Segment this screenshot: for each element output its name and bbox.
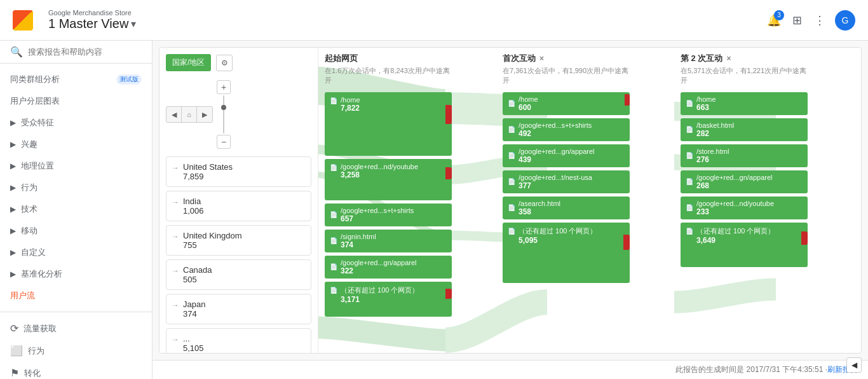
- second-page-basket[interactable]: 📄 /basket.html 282: [681, 118, 808, 141]
- start-page-shirts[interactable]: 📄 /google+red...s+t+shirts 657: [325, 203, 452, 226]
- country-name-more: ...: [183, 334, 204, 343]
- sidebar-item-audience[interactable]: ▶ 受众特征: [0, 112, 152, 134]
- zoom-thumb: [221, 105, 226, 110]
- second-interaction-header: 第 2 次互动 × 在5,371次会话中，有1,221次用户中途离开: [674, 48, 814, 90]
- country-settings-btn[interactable]: ⚙: [216, 55, 233, 71]
- sidebar-item-user-flow[interactable]: 用户流: [0, 285, 152, 307]
- country-count-uk: 755: [183, 240, 242, 250]
- first-page-apparel-icon: 📄: [508, 152, 515, 159]
- sidebar-item-cohort[interactable]: 同类群组分析 测试版: [0, 69, 152, 90]
- second-page-apparel[interactable]: 📄 /google+red...gn/apparel 268: [681, 170, 808, 193]
- nav-left-btn[interactable]: ◀: [166, 107, 182, 122]
- country-node-japan[interactable]: → Japan 374: [166, 294, 311, 324]
- second-page-store-name: /store.html: [696, 148, 729, 155]
- second-page-home-name: /home: [696, 95, 716, 103]
- start-page-apparel[interactable]: 📄 /google+red...gn/apparel 322: [325, 256, 452, 279]
- country-info-more: ... 5,105: [183, 334, 204, 353]
- notification-badge: 3: [774, 10, 784, 20]
- sidebar-item-tech[interactable]: ▶ 技术: [0, 198, 152, 220]
- second-interaction-close[interactable]: ×: [726, 54, 731, 63]
- start-page-home-count: 7,822: [341, 104, 360, 113]
- start-page-home[interactable]: 📄 /home 7,822: [325, 92, 452, 156]
- sidebar-item-custom[interactable]: ▶ 自定义: [0, 242, 152, 263]
- second-page-store[interactable]: 📄 /store.html 276: [681, 144, 808, 167]
- country-arrow-japan: →: [172, 301, 179, 310]
- nav-right-btn[interactable]: ▶: [197, 107, 212, 122]
- first-interaction-header-content: 首次互动 × 在7,361次会话中，有1,990次用户中途离开: [503, 53, 630, 86]
- start-pages-header: 起始网页 在1.6万次会话中，有8,243次用户中途离开: [318, 48, 458, 90]
- start-page-youtube-content: /google+red...nd/youtube 3,258: [341, 163, 418, 179]
- second-page-youtube-content: /google+red...nd/youtube 233: [696, 200, 774, 216]
- start-page-more[interactable]: 📄 （还有超过 100 个网页） 3,171: [325, 282, 452, 317]
- zoom-out-btn[interactable]: −: [217, 135, 231, 149]
- notification-icon[interactable]: 🔔 3: [766, 13, 782, 28]
- first-interaction-nodes: 📄 /home 600 📄: [496, 90, 636, 353]
- grid-icon[interactable]: ⊞: [789, 13, 804, 28]
- second-page-store-content: /store.html 276: [696, 148, 729, 164]
- zoom-in-btn[interactable]: +: [217, 80, 231, 94]
- second-page-youtube-name: /google+red...nd/youtube: [696, 200, 774, 207]
- second-page-youtube[interactable]: 📄 /google+red...nd/youtube 233: [681, 196, 808, 219]
- first-page-shirts-name: /google+red...s+t+shirts: [519, 121, 592, 129]
- country-info-canada: Canada 505: [183, 265, 212, 284]
- body-area: 🔍 同类群组分析 测试版 用户分层图表 ▶ 受众特征 ▶ 兴趣 ▶ 地理位置: [0, 41, 868, 379]
- country-dropdown-btn[interactable]: 国家/地区: [166, 54, 211, 71]
- first-page-home-name: /home: [519, 95, 538, 103]
- sidebar-item-geo[interactable]: ▶ 地理位置: [0, 155, 152, 177]
- country-node-canada[interactable]: → Canada 505: [166, 259, 311, 290]
- first-page-nest[interactable]: 📄 /google+red...t/nest-usa 377: [503, 170, 630, 193]
- country-node-us[interactable]: → United States 7,859: [166, 156, 311, 187]
- country-node-uk[interactable]: → United Kingdom 755: [166, 225, 311, 256]
- settings-icon: ⚙: [221, 59, 228, 67]
- first-page-nest-count: 377: [519, 181, 592, 190]
- expand-icon-mobile: ▶: [10, 226, 16, 235]
- footer-report-time: 此报告的生成时间是 2017/7/31 下午4:35:51 ·: [675, 364, 827, 375]
- second-page-more[interactable]: 📄 （还有超过 100 个网页） 3,649: [681, 223, 808, 267]
- app-logo: [13, 10, 33, 31]
- sidebar-item-benchmark[interactable]: ▶ 基准化分析: [0, 263, 152, 285]
- header-title: Google Merchandise Store 1 Master View ▾: [48, 9, 400, 31]
- first-page-home[interactable]: 📄 /home 600: [503, 92, 630, 115]
- start-page-youtube[interactable]: 📄 /google+red...nd/youtube 3,258: [325, 159, 452, 200]
- second-interaction-column: 第 2 次互动 × 在5,371次会话中，有1,221次用户中途离开 📄: [674, 48, 814, 353]
- flow-columns: 起始网页 在1.6万次会话中，有8,243次用户中途离开 📄 /home 7,8…: [318, 48, 861, 353]
- country-node-india[interactable]: → India 1,006: [166, 191, 311, 221]
- search-input[interactable]: [28, 47, 142, 57]
- second-page-home[interactable]: 📄 /home 663: [681, 92, 808, 115]
- second-page-more-content: （还有超过 100 个网页） 3,649: [696, 226, 775, 245]
- nav-home-btn[interactable]: ⌂: [182, 107, 197, 122]
- more-icon[interactable]: ⋮: [812, 13, 827, 28]
- exit-indicator-more-start: [445, 289, 452, 300]
- first-page-nest-content: /google+red...t/nest-usa 377: [519, 174, 592, 190]
- start-pages-column: 起始网页 在1.6万次会话中，有8,243次用户中途离开 📄 /home 7,8…: [318, 48, 458, 353]
- first-page-shirts-icon: 📄: [508, 126, 515, 133]
- avatar[interactable]: G: [835, 10, 855, 31]
- first-page-more[interactable]: 📄 （还有超过 100 个网页） 5,095: [503, 223, 630, 283]
- second-page-youtube-count: 233: [696, 207, 774, 216]
- sidebar-item-conversion[interactable]: ⚑ 转化: [0, 362, 152, 379]
- first-page-apparel[interactable]: 📄 /google+red...gn/apparel 439: [503, 144, 630, 167]
- second-page-basket-name: /basket.html: [696, 121, 734, 129]
- first-page-asearch-name: /asearch.html: [519, 200, 560, 207]
- sidebar-item-user-segments[interactable]: 用户分层图表: [0, 90, 152, 112]
- sidebar-item-mobile[interactable]: ▶ 移动: [0, 220, 152, 242]
- sidebar-item-geo-label: 地理位置: [21, 160, 142, 172]
- sidebar-item-behavior-sec[interactable]: ⬜ 行为: [0, 340, 152, 362]
- view-dropdown-arrow[interactable]: ▾: [131, 18, 136, 30]
- start-page-youtube-count: 3,258: [341, 170, 418, 179]
- start-page-shirts-count: 657: [341, 214, 414, 223]
- country-node-more[interactable]: → ... 5,105: [166, 328, 311, 353]
- first-page-asearch[interactable]: 📄 /asearch.html 358: [503, 196, 630, 219]
- second-page-home-count: 663: [696, 103, 716, 112]
- first-page-shirts[interactable]: 📄 /google+red...s+t+shirts 492: [503, 118, 630, 141]
- sidebar-item-behavior[interactable]: ▶ 行为: [0, 177, 152, 198]
- sidebar-item-acquisition[interactable]: ⟳ 流量获取: [0, 317, 152, 340]
- start-page-signin[interactable]: 📄 /signin.html 374: [325, 230, 452, 252]
- first-page-apparel-count: 439: [519, 155, 595, 164]
- country-count-canada: 505: [183, 275, 212, 284]
- left-nav: 🔍 同类群组分析 测试版 用户分层图表 ▶ 受众特征 ▶ 兴趣 ▶ 地理位置: [0, 41, 153, 379]
- country-arrow-us: →: [172, 163, 179, 172]
- first-interaction-close[interactable]: ×: [539, 54, 544, 63]
- sidebar-item-interests[interactable]: ▶ 兴趣: [0, 134, 152, 155]
- exit-second-more: [801, 231, 808, 245]
